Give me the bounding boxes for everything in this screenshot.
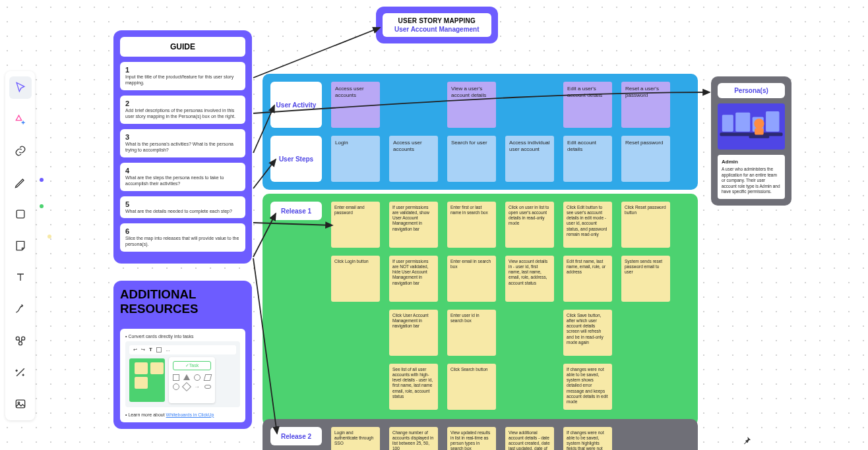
guide-step-text: What are the steps the persona needs to … [125, 175, 240, 187]
guide-step-num: 1 [125, 66, 240, 74]
story-card[interactable]: See list of all user accounts with high-… [389, 364, 438, 410]
resources-screenshot: ↩↪ T … ✓ Task → [125, 341, 240, 407]
story-card[interactable]: Click Edit button to see user's account … [563, 202, 612, 248]
shape-tool[interactable] [9, 203, 32, 225]
step-card[interactable]: Search for user [447, 136, 496, 182]
story-card[interactable]: System sends reset password email to use… [621, 256, 670, 302]
persona-image [718, 103, 785, 150]
guide-heading: GUIDE [120, 37, 245, 57]
text-tool[interactable] [9, 266, 32, 289]
story-empty [505, 364, 554, 410]
whiteboards-link[interactable]: Whiteboards in ClickUp [166, 412, 214, 417]
guide-step-3[interactable]: 3What is the persona's activities? What … [120, 129, 245, 157]
cursor-tool[interactable] [9, 76, 32, 99]
guide-step-5[interactable]: 5What are the details needed to complete… [120, 196, 245, 218]
activity-empty [389, 82, 438, 128]
story-card[interactable]: If user permissions are NOT validated, h… [389, 256, 438, 302]
svg-rect-14 [749, 135, 770, 138]
story-card[interactable]: Click Reset password button [621, 202, 670, 248]
release2-label: Release 2 [270, 427, 322, 445]
story-card[interactable]: Click Search button [447, 364, 496, 410]
activity-card[interactable]: Access user accounts [331, 82, 380, 128]
story-card[interactable]: Click User Account Management in navigat… [389, 310, 438, 356]
story-card[interactable]: If user permissions are validated, show … [389, 202, 438, 248]
story-empty [621, 364, 670, 410]
guide-step-4[interactable]: 4What are the steps the persona needs to… [120, 163, 245, 191]
title-card[interactable]: USER STORY MAPPING User Account Manageme… [376, 7, 498, 43]
guide-step-1[interactable]: 1Input the title of the product/feature … [120, 62, 245, 90]
release2-block[interactable]: Release 2 Login and authenticate through… [263, 419, 698, 450]
note-tool[interactable] [9, 235, 32, 257]
story-empty [621, 310, 670, 356]
story-card[interactable]: Login and authenticate through SSO [331, 427, 380, 450]
story-card[interactable]: Click on user in list to open user's acc… [505, 202, 554, 248]
release1-label: Release 1 [270, 202, 322, 220]
persona-name: Admin [722, 159, 781, 165]
connector-tool[interactable] [9, 298, 32, 320]
row-label-activity: User Activity [270, 82, 322, 128]
guide-panel[interactable]: GUIDE 1Input the title of the product/fe… [113, 30, 252, 264]
dot-yellow [47, 235, 51, 239]
guide-step-text: Input the title of the product/feature f… [125, 74, 240, 86]
add-tool[interactable] [9, 108, 32, 130]
activity-card[interactable]: Reset a user's password [621, 82, 670, 128]
step-card[interactable]: Reset password [621, 136, 670, 182]
persona-desc: Admin A user who administers the applica… [718, 155, 785, 199]
dot-green [40, 204, 44, 208]
step-card[interactable]: Access individual user account [505, 136, 554, 182]
guide-step-num: 5 [125, 200, 240, 208]
image-tool[interactable] [9, 393, 32, 415]
step-card[interactable]: Login [331, 136, 380, 182]
story-empty [505, 310, 554, 356]
story-card[interactable]: View additional account details - date a… [505, 427, 554, 450]
left-toolbar [5, 71, 35, 420]
persona-panel[interactable]: Persona(s) Admin A user who administers … [711, 76, 791, 206]
story-card[interactable]: Enter email in search box [447, 256, 496, 302]
link-tool[interactable] [9, 140, 32, 162]
activity-empty [505, 82, 554, 128]
story-card[interactable]: Enter first or last name in search box [447, 202, 496, 248]
story-card[interactable]: View updated results in list in real-tim… [447, 427, 496, 450]
story-card[interactable]: Click Login button [331, 256, 380, 302]
svg-rect-8 [735, 113, 750, 132]
title-line1: USER STORY MAPPING [394, 17, 480, 24]
step-card[interactable]: Access user accounts [389, 136, 438, 182]
story-card[interactable]: If changes were not able to be saved, sy… [563, 364, 612, 410]
svg-rect-13 [755, 128, 764, 135]
shapes-tool[interactable] [9, 329, 32, 352]
guide-step-num: 3 [125, 133, 240, 141]
pin-icon[interactable] [741, 436, 752, 446]
svg-rect-4 [16, 400, 24, 408]
release1-block[interactable]: Release 1 Enter email and passwordIf use… [263, 194, 698, 426]
story-card[interactable]: Enter user id in search box [447, 310, 496, 356]
guide-step-text: Add brief descriptions of the personas i… [125, 107, 240, 120]
pen-tool[interactable] [9, 171, 32, 194]
guide-step-2[interactable]: 2Add brief descriptions of the personas … [120, 96, 245, 124]
map-header[interactable]: User Activity Access user accountsView a… [263, 74, 698, 190]
story-card[interactable]: View account details in - user id, first… [505, 256, 554, 302]
guide-step-text: What is the persona's activities? What i… [125, 141, 240, 154]
step-card[interactable]: Edit account details [563, 136, 612, 182]
story-empty [331, 310, 380, 356]
story-card[interactable]: Change number of accounts displayed in l… [389, 427, 438, 450]
story-empty [331, 364, 380, 410]
guide-step-num: 6 [125, 227, 240, 235]
magic-tool[interactable] [9, 361, 32, 383]
svg-rect-7 [722, 115, 733, 132]
resources-heading: ADDITIONAL RESOURCES [120, 287, 245, 316]
story-card[interactable]: Click Save button, after which user acco… [563, 310, 612, 356]
resources-panel[interactable]: ADDITIONAL RESOURCES • Convert cards dir… [113, 281, 252, 429]
story-card[interactable]: Enter email and password [331, 202, 380, 248]
story-card[interactable]: Edit first name, last name, email, role,… [563, 256, 612, 302]
row-label-steps: User Steps [270, 136, 322, 182]
activity-card[interactable]: View a user's account details [447, 82, 496, 128]
guide-step-text: Slice the map into releases that will pr… [125, 235, 240, 248]
guide-step-6[interactable]: 6Slice the map into releases that will p… [120, 223, 245, 252]
story-empty [621, 427, 670, 450]
resources-bullet2-prefix: Learn more about [128, 412, 166, 417]
guide-step-num: 4 [125, 167, 240, 175]
story-card[interactable]: If changes were not able to be saved, sy… [563, 427, 612, 450]
svg-point-3 [18, 342, 22, 345]
title-line2: User Account Management [394, 26, 480, 33]
activity-card[interactable]: Edit a user's account details [563, 82, 612, 128]
